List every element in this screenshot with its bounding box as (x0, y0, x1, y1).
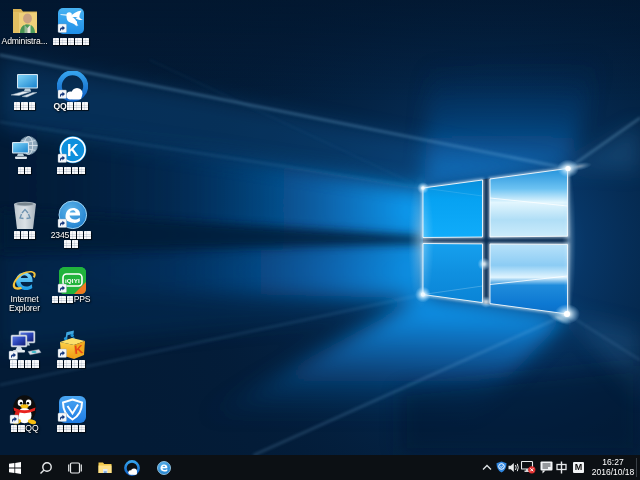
svg-text:K: K (74, 342, 84, 357)
svg-text:K: K (67, 142, 79, 159)
svg-text:iQIYI: iQIYI (65, 277, 80, 284)
